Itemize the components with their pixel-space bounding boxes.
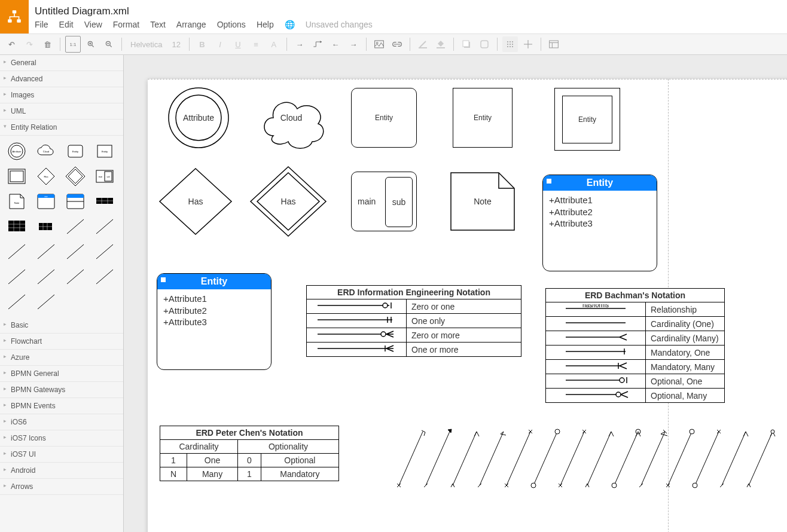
sidebar-item-bpmn-events[interactable]: BPMN Events	[0, 398, 123, 414]
palette-line-1[interactable]	[62, 215, 89, 239]
menu-help[interactable]: Help	[257, 20, 274, 29]
sidebar: General Advanced Images UML Entity Relat…	[0, 55, 124, 532]
menu-view[interactable]: View	[84, 20, 102, 29]
sidebar-item-flowchart[interactable]: Flowchart	[0, 334, 123, 350]
table-erd-ie[interactable]: ERD Information Engineering Notation Zer…	[306, 285, 521, 357]
delete-button[interactable]: 🗑	[39, 36, 55, 52]
shape-entity-rounded[interactable]: Entity	[351, 88, 417, 148]
palette-line-5[interactable]	[62, 240, 89, 264]
canvas-area[interactable]: Attribute Cloud Entity Entity Entity Has…	[124, 55, 787, 532]
globe-icon[interactable]: 🌐	[285, 20, 295, 29]
sidebar-item-ios7-ui[interactable]: iOS7 UI	[0, 447, 123, 463]
connector-lines[interactable]	[387, 426, 776, 497]
palette-row-dark[interactable]	[91, 189, 118, 213]
palette-line-9[interactable]	[62, 265, 89, 289]
sidebar-item-basic[interactable]: Basic	[0, 317, 123, 334]
sidebar-item-images[interactable]: Images	[0, 87, 123, 103]
shape-note[interactable]	[450, 172, 515, 231]
sidebar-item-ios6[interactable]: iOS6	[0, 414, 123, 430]
palette-line-4[interactable]	[33, 240, 59, 264]
arrow-end-icon[interactable]: →	[346, 36, 361, 52]
zoom-in-button[interactable]	[83, 36, 99, 52]
shape-palette: Attribute Cloud Entity Entity Has mainsu…	[0, 136, 123, 317]
palette-entity-table2[interactable]	[62, 189, 89, 213]
italic-button[interactable]: I	[212, 36, 228, 52]
shape-cloud[interactable]	[255, 88, 327, 148]
svg-point-49	[381, 332, 386, 337]
shape-entity-double-outer[interactable]: Entity	[554, 88, 620, 151]
arrow-left-icon[interactable]: ←	[328, 36, 343, 52]
align-button[interactable]: ≡	[248, 36, 264, 52]
image-icon[interactable]	[371, 36, 387, 52]
shape-main-sub[interactable]: main sub	[351, 172, 417, 231]
fill-color-button[interactable]	[433, 36, 449, 52]
document-title[interactable]: Untitled Diagram.xml	[35, 5, 373, 17]
grid-dots-button[interactable]	[502, 36, 518, 52]
line-color-button[interactable]	[415, 36, 431, 52]
guides-button[interactable]	[520, 36, 536, 52]
undo-button[interactable]: ↶	[4, 36, 19, 52]
menu-file[interactable]: File	[35, 20, 48, 29]
palette-line-10[interactable]	[91, 265, 118, 289]
sidebar-item-ios7-icons[interactable]: iOS7 Icons	[0, 430, 123, 447]
waypoint-icon[interactable]	[310, 36, 325, 52]
shape-attribute-double-circle[interactable]	[166, 85, 231, 151]
menu-edit[interactable]: Edit	[59, 20, 74, 29]
palette-line-3[interactable]	[4, 240, 30, 264]
bold-button[interactable]: B	[194, 36, 210, 52]
palette-mainsub[interactable]: mainsub	[91, 164, 118, 188]
table-erd-bachman[interactable]: ERD Bachman's Notation has/formsRelation…	[545, 288, 725, 403]
sidebar-item-general[interactable]: General	[0, 55, 123, 71]
font-size-select[interactable]: 12	[168, 40, 184, 49]
palette-table-dark[interactable]	[4, 215, 30, 239]
arrow-right-icon[interactable]: →	[292, 36, 307, 52]
shadow-button[interactable]	[459, 36, 474, 52]
rounded-button[interactable]	[477, 36, 492, 52]
palette-line-2[interactable]	[91, 215, 118, 239]
font-color-button[interactable]: A	[266, 36, 282, 52]
palette-line-11[interactable]	[4, 290, 30, 314]
zoom-fit-button[interactable]: 1:1	[65, 36, 81, 53]
zoom-out-button[interactable]	[101, 36, 117, 52]
sidebar-item-bpmn-gateways[interactable]: BPMN Gateways	[0, 382, 123, 398]
palette-entity-double[interactable]	[4, 164, 30, 188]
shape-entity-card-1[interactable]: Entity +Attribute1 +Attribute2 +Attribut…	[542, 175, 657, 271]
sidebar-item-azure[interactable]: Azure	[0, 350, 123, 366]
sidebar-item-uml[interactable]: UML	[0, 103, 123, 120]
shape-entity-card-2[interactable]: Entity +Attribute1 +Attribute2 +Attribut…	[157, 273, 272, 370]
palette-line-6[interactable]	[91, 240, 118, 264]
sidebar-item-entity-relation[interactable]: Entity Relation	[0, 120, 123, 136]
sidebar-item-advanced[interactable]: Advanced	[0, 71, 123, 87]
menu-arrange[interactable]: Arrange	[176, 20, 206, 29]
save-status: Unsaved changes	[306, 20, 373, 29]
layout-button[interactable]	[546, 36, 562, 52]
palette-line-8[interactable]	[33, 265, 59, 289]
sidebar-item-android[interactable]: Android	[0, 463, 123, 479]
palette-line-7[interactable]	[4, 265, 30, 289]
menu-text[interactable]: Text	[150, 20, 166, 29]
palette-has[interactable]: Has	[33, 164, 59, 188]
sidebar-item-arrows[interactable]: Arrows	[0, 479, 123, 495]
sidebar-item-bpmn-general[interactable]: BPMN General	[0, 366, 123, 382]
shape-has-diamond[interactable]	[157, 166, 234, 237]
palette-entity-table-blue[interactable]: row	[33, 189, 59, 213]
underline-button[interactable]: U	[230, 36, 246, 52]
link-icon[interactable]	[389, 36, 405, 52]
font-family-select[interactable]: Helvetica	[127, 40, 166, 49]
table-erd-chen[interactable]: ERD Peter Chen's Notation CardinalityOpt…	[160, 426, 339, 481]
shape-entity-square[interactable]: Entity	[453, 88, 513, 148]
shape-has-double-diamond[interactable]	[249, 166, 327, 237]
palette-attribute[interactable]: Attribute	[4, 139, 30, 163]
palette-note[interactable]: Note	[4, 189, 30, 213]
palette-has-double[interactable]	[62, 164, 89, 188]
palette-line-12[interactable]	[33, 290, 59, 314]
palette-entity-rounded[interactable]: Entity	[62, 139, 89, 163]
palette-entity-square[interactable]: Entity	[91, 139, 118, 163]
redo-button[interactable]: ↷	[22, 36, 37, 52]
palette-table-small-dark[interactable]	[33, 215, 59, 239]
menu-format[interactable]: Format	[113, 20, 139, 29]
palette-cloud[interactable]: Cloud	[33, 139, 59, 163]
canvas[interactable]: Attribute Cloud Entity Entity Entity Has…	[148, 79, 787, 532]
menu-options[interactable]: Options	[217, 20, 246, 29]
svg-point-57	[531, 483, 536, 488]
